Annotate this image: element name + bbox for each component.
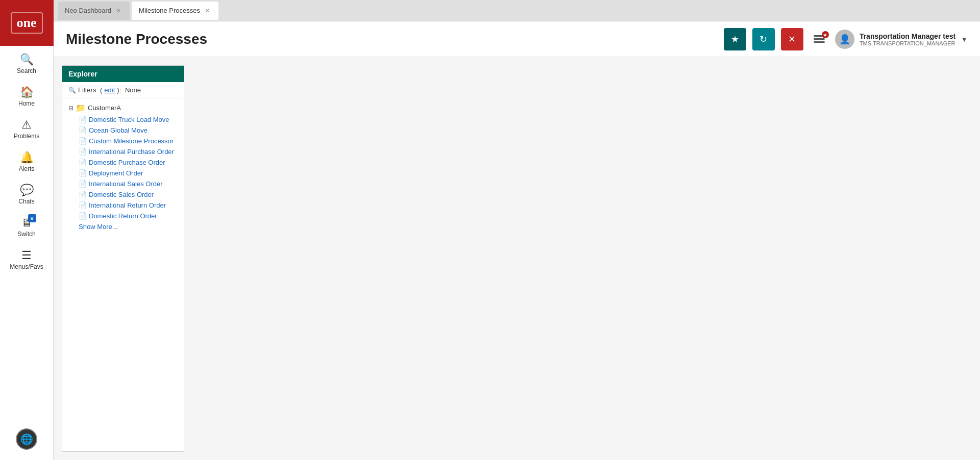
user-details: Transportation Manager test TMS.TRANSPOR… [860, 32, 955, 46]
tab-milestone-processes-label: Milestone Processes [139, 7, 200, 14]
tab-milestone-processes[interactable]: Milestone Processes ✕ [132, 2, 218, 20]
file-icon: 📄 [79, 191, 87, 198]
menu-bar-2 [814, 38, 825, 40]
sidebar-item-alerts[interactable]: 🔔 Alerts [0, 146, 53, 178]
tree-item-custom-milestone[interactable]: 📄 Custom Milestone Processor [62, 136, 184, 146]
tree-item-intl-return[interactable]: 📄 International Return Order [62, 200, 184, 211]
item-label: International Return Order [89, 201, 166, 209]
user-chevron-icon[interactable]: ▼ [961, 35, 968, 43]
sidebar-item-search[interactable]: 🔍 Search [0, 48, 53, 81]
file-icon: 📄 [79, 212, 87, 220]
warning-icon: ⚠ [21, 119, 32, 131]
header-actions: ★ ↻ ✕ ★ 👤 Transportation Manager test TM… [724, 28, 968, 50]
tree-item-intl-purchase[interactable]: 📄 International Purchase Order [62, 146, 184, 157]
tab-bar: Neo Dashboard ✕ Milestone Processes ✕ [54, 0, 980, 21]
tab-neo-dashboard[interactable]: Neo Dashboard ✕ [58, 2, 130, 20]
file-icon: 📄 [79, 116, 87, 123]
sidebar: one 🔍 Search 🏠 Home ⚠ Problems 🔔 Alerts … [0, 0, 54, 460]
sidebar-label-alerts: Alerts [19, 165, 35, 172]
folder-name: CustomerA [88, 104, 121, 112]
menu-button[interactable]: ★ [810, 31, 829, 47]
tree-item-domestic-sales[interactable]: 📄 Domestic Sales Order [62, 189, 184, 200]
tree-item-deployment[interactable]: 📄 Deployment Order [62, 168, 184, 178]
item-label: Deployment Order [89, 169, 143, 177]
star-button[interactable]: ★ [724, 28, 746, 50]
explorer-tree: ⊟ 📁 CustomerA 📄 Domestic Truck Load Move… [62, 98, 184, 451]
collapse-icon: ⊟ [68, 105, 74, 112]
sidebar-item-chats[interactable]: 💬 Chats [0, 178, 53, 211]
page-title: Milestone Processes [66, 31, 207, 47]
sidebar-item-problems[interactable]: ⚠ Problems [0, 113, 53, 146]
item-label: Domestic Sales Order [89, 191, 154, 198]
tab-neo-dashboard-close[interactable]: ✕ [114, 7, 122, 15]
file-icon: 📄 [79, 169, 87, 177]
content-area: Milestone Processes ★ ↻ ✕ ★ 👤 Transpor [54, 21, 980, 460]
header-bar: Milestone Processes ★ ↻ ✕ ★ 👤 Transpor [54, 21, 980, 57]
item-label: Domestic Purchase Order [89, 159, 165, 166]
bell-icon: 🔔 [20, 152, 34, 163]
explorer-panel: Explorer 🔍 Filters ( edit ): None ⊟ 📁 Cu… [62, 65, 184, 452]
sidebar-item-menus[interactable]: ☰ Menus/Favs [0, 244, 53, 276]
menu-bar-3 [814, 41, 825, 43]
sidebar-label-problems: Problems [14, 133, 40, 140]
item-label: Custom Milestone Processor [89, 137, 174, 145]
filter-search-icon: 🔍 [68, 87, 76, 94]
user-name: Transportation Manager test [860, 32, 955, 40]
file-icon: 📄 [79, 201, 87, 209]
user-info: 👤 Transportation Manager test TMS.TRANSP… [835, 30, 968, 49]
item-label: Domestic Truck Load Move [89, 116, 169, 123]
tree-item-domestic-purchase[interactable]: 📄 Domestic Purchase Order [62, 157, 184, 168]
tab-neo-dashboard-label: Neo Dashboard [65, 7, 111, 14]
item-label: Ocean Global Move [89, 126, 148, 134]
home-icon: 🏠 [20, 87, 34, 98]
logo-text: one [11, 12, 43, 34]
page-body: Explorer 🔍 Filters ( edit ): None ⊟ 📁 Cu… [54, 57, 980, 460]
item-label: International Sales Order [89, 180, 163, 188]
menu-badge: ★ [822, 31, 829, 38]
sidebar-label-search: Search [17, 67, 36, 74]
filters-value: None [125, 86, 141, 94]
file-icon: 📄 [79, 148, 87, 156]
sidebar-item-home[interactable]: 🏠 Home [0, 81, 53, 113]
item-label: International Purchase Order [89, 148, 174, 156]
explorer-filters: 🔍 Filters ( edit ): None [62, 82, 184, 98]
app-logo[interactable]: one [0, 0, 54, 46]
sidebar-label-chats: Chats [18, 198, 34, 205]
sidebar-item-switch[interactable]: 🖥 ≡ Switch [0, 211, 53, 244]
filters-label: Filters [78, 86, 96, 94]
avatar: 👤 [835, 30, 854, 49]
show-more-link[interactable]: Show More... [62, 221, 184, 232]
folder-customerA[interactable]: ⊟ 📁 CustomerA [62, 101, 184, 114]
explorer-header: Explorer [62, 66, 184, 82]
refresh-button[interactable]: ↻ [752, 28, 775, 50]
close-button[interactable]: ✕ [781, 28, 803, 50]
folder-icon: 📁 [76, 103, 86, 113]
switch-badge: ≡ [28, 214, 36, 222]
item-label: Domestic Return Order [89, 212, 157, 220]
main-content-area [184, 65, 972, 452]
tab-milestone-processes-close[interactable]: ✕ [203, 7, 211, 15]
globe-icon: 🌐 [16, 428, 37, 450]
search-icon: 🔍 [20, 54, 34, 65]
sidebar-label-switch: Switch [17, 231, 35, 238]
chat-icon: 💬 [20, 185, 34, 196]
tree-item-intl-sales[interactable]: 📄 International Sales Order [62, 178, 184, 189]
tree-item-ocean-global[interactable]: 📄 Ocean Global Move [62, 125, 184, 136]
file-icon: 📄 [79, 159, 87, 166]
badge-star-icon: ★ [823, 32, 827, 38]
sidebar-label-home: Home [18, 100, 35, 107]
file-icon: 📄 [79, 180, 87, 188]
file-icon: 📄 [79, 137, 87, 145]
file-icon: 📄 [79, 126, 87, 134]
user-role: TMS.TRANSPORTATION_MANAGER [860, 40, 955, 46]
menus-icon: ☰ [21, 250, 32, 261]
sidebar-item-globe[interactable]: 🌐 [0, 422, 53, 456]
main-area: Neo Dashboard ✕ Milestone Processes ✕ Mi… [54, 0, 980, 460]
tree-item-domestic-truck-load[interactable]: 📄 Domestic Truck Load Move [62, 114, 184, 125]
filters-edit-link[interactable]: edit [104, 86, 115, 94]
tree-item-domestic-return[interactable]: 📄 Domestic Return Order [62, 211, 184, 221]
sidebar-label-menus: Menus/Favs [10, 263, 43, 270]
